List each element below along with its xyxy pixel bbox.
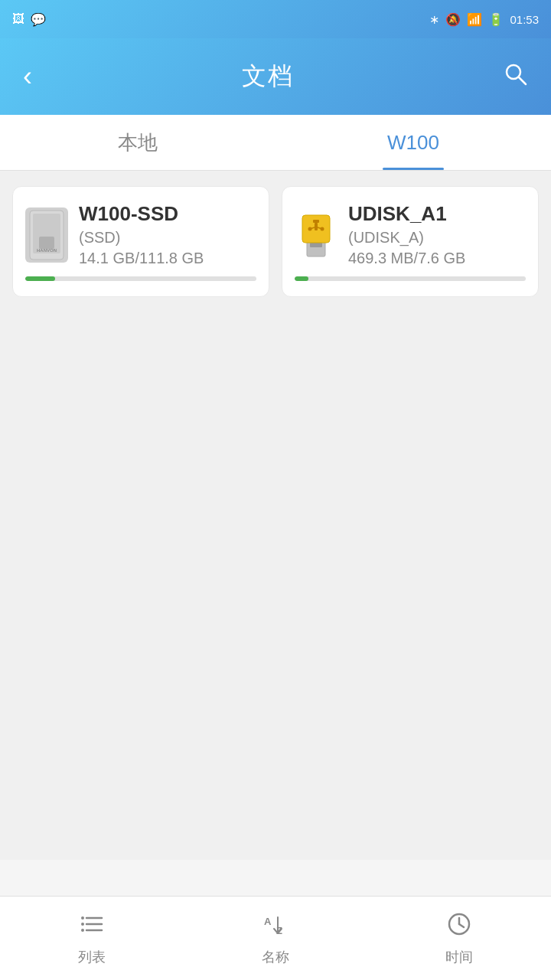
ssd-space: 14.1 GB/111.8 GB (79, 250, 204, 267)
svg-line-1 (519, 77, 526, 84)
ssd-info: W100-SSD (SSD) 14.1 GB/111.8 GB (79, 202, 204, 267)
svg-point-19 (81, 929, 84, 932)
wifi-icon: 📶 (467, 12, 482, 27)
usb-icon (295, 207, 337, 263)
content-area: HANVON W100-SSD (SSD) 14.1 GB/111.8 GB (0, 171, 551, 860)
status-bar-left: 🖼 💬 (12, 12, 46, 27)
udisk-card-header: UDISK_A1 (UDISK_A) 469.3 MB/7.6 GB (295, 202, 526, 267)
messenger-icon: 💬 (31, 12, 46, 27)
back-button[interactable]: ‹ (23, 60, 32, 93)
ssd-type: (SSD) (79, 229, 204, 247)
udisk-type: (UDISK_A) (348, 229, 465, 247)
nav-list[interactable]: 列表 (60, 905, 124, 972)
udisk-progress-bar (295, 276, 526, 281)
ssd-progress-fill (25, 276, 55, 281)
svg-line-26 (459, 924, 464, 927)
tabs-container: 本地 W100 (0, 115, 551, 171)
svg-text:A: A (264, 916, 272, 927)
clock-icon (446, 911, 472, 943)
list-icon (79, 911, 105, 943)
page-title: 文档 (242, 60, 294, 93)
svg-point-15 (81, 916, 84, 920)
status-bar: 🖼 💬 ∗ 🔕 📶 🔋 01:53 (0, 0, 551, 38)
udisk-space: 469.3 MB/7.6 GB (348, 250, 465, 267)
nav-time-label: 时间 (445, 948, 473, 966)
ssd-name: W100-SSD (79, 202, 204, 226)
ssd-progress-bar (25, 276, 256, 281)
search-button[interactable] (504, 62, 528, 92)
bottom-nav: 列表 A Z 名称 时间 (0, 896, 551, 980)
ssd-card-header: HANVON W100-SSD (SSD) 14.1 GB/111.8 GB (25, 202, 256, 267)
svg-rect-5 (39, 237, 54, 249)
mute-icon: 🔕 (445, 12, 461, 27)
status-bar-right: ∗ 🔕 📶 🔋 01:53 (429, 12, 539, 27)
ssd-drive-card[interactable]: HANVON W100-SSD (SSD) 14.1 GB/111.8 GB (12, 186, 269, 297)
sort-icon: A Z (262, 911, 289, 943)
svg-rect-9 (313, 220, 319, 223)
tab-local[interactable]: 本地 (0, 115, 276, 170)
status-time: 01:53 (510, 13, 539, 26)
ssd-icon: HANVON (25, 207, 68, 263)
nav-time[interactable]: 时间 (427, 905, 491, 972)
svg-point-17 (81, 923, 84, 926)
bluetooth-icon: ∗ (429, 12, 439, 27)
svg-rect-10 (315, 223, 318, 230)
tab-w100[interactable]: W100 (276, 115, 551, 170)
udisk-progress-fill (295, 276, 308, 281)
battery-icon: 🔋 (488, 12, 504, 27)
gallery-icon: 🖼 (12, 12, 24, 26)
udisk-name: UDISK_A1 (348, 202, 465, 226)
svg-rect-7 (310, 243, 322, 247)
udisk-info: UDISK_A1 (UDISK_A) 469.3 MB/7.6 GB (348, 202, 465, 267)
toolbar: ‹ 文档 (0, 38, 551, 115)
udisk-drive-card[interactable]: UDISK_A1 (UDISK_A) 469.3 MB/7.6 GB (282, 186, 539, 297)
nav-name-label: 名称 (262, 948, 289, 966)
nav-name[interactable]: A Z 名称 (243, 905, 308, 972)
nav-list-label: 列表 (78, 948, 106, 966)
